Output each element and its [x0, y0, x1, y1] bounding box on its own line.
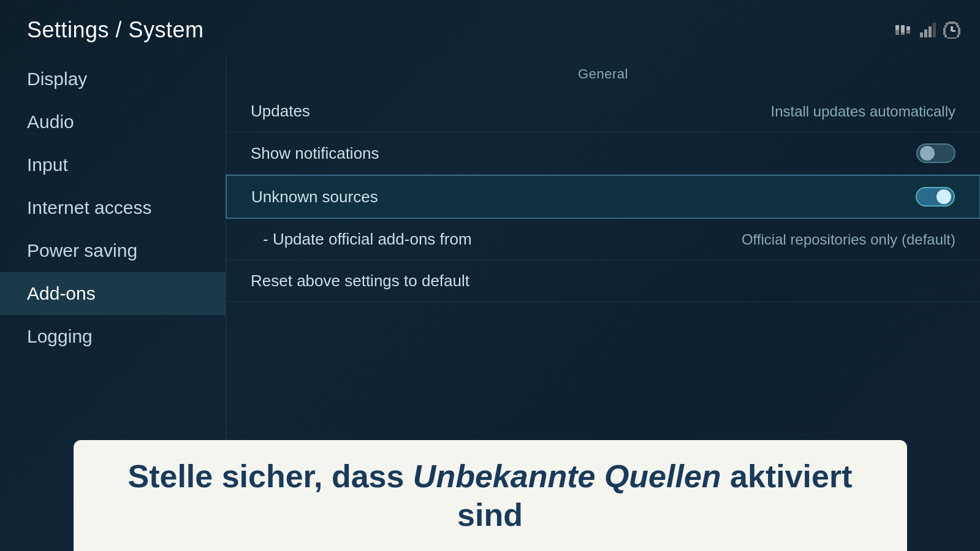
show-notifications-toggle[interactable]: [916, 143, 955, 163]
svg-rect-1: [895, 25, 899, 30]
svg-rect-6: [920, 32, 923, 37]
header: Settings / System: [0, 0, 980, 55]
show-notifications-label: Show notifications: [251, 144, 379, 163]
clock-icon: [943, 21, 960, 39]
page-title: Settings / System: [27, 17, 204, 43]
svg-rect-21: [952, 30, 955, 32]
tray-icons: [894, 21, 960, 39]
signal-icon: [919, 21, 936, 39]
svg-rect-3: [901, 25, 905, 32]
row-updates[interactable]: Updates Install updates automatically: [226, 91, 980, 132]
row-reset-settings[interactable]: Reset above settings to default: [226, 260, 980, 302]
sidebar-item-power-saving[interactable]: Power saving: [0, 229, 226, 272]
unknown-sources-toggle[interactable]: [916, 187, 955, 207]
svg-rect-11: [948, 21, 955, 24]
subtitle-italic: Unbekannte Quellen: [413, 458, 721, 494]
svg-rect-19: [947, 37, 957, 39]
update-official-addons-label: - Update official add-ons from: [263, 230, 472, 249]
row-unknown-sources[interactable]: Unknown sources: [226, 175, 980, 219]
subtitle-text: Stelle sicher, dass Unbekannte Quellen a…: [103, 457, 878, 534]
svg-rect-14: [957, 25, 959, 28]
svg-rect-7: [924, 29, 927, 37]
battery-icon: [894, 21, 911, 39]
sidebar-item-display[interactable]: Display: [0, 58, 226, 101]
subtitle-plain1: Stelle sicher, dass: [127, 458, 412, 494]
sidebar-item-internet-access[interactable]: Internet access: [0, 186, 226, 229]
sidebar-item-add-ons[interactable]: Add-ons: [0, 272, 226, 315]
reset-settings-label: Reset above settings to default: [251, 272, 469, 291]
unknown-sources-label: Unknown sources: [251, 188, 378, 207]
section-header-general: General: [226, 55, 980, 91]
subtitle-bar: Stelle sicher, dass Unbekannte Quellen a…: [74, 440, 907, 551]
row-update-official-addons[interactable]: - Update official add-ons from Official …: [226, 219, 980, 260]
svg-rect-15: [943, 28, 946, 35]
toggle-knob: [920, 146, 935, 161]
sidebar-item-input[interactable]: Input: [0, 143, 226, 186]
svg-rect-16: [958, 28, 960, 35]
sidebar-item-audio[interactable]: Audio: [0, 101, 226, 143]
row-show-notifications[interactable]: Show notifications: [226, 132, 980, 175]
svg-rect-17: [944, 35, 947, 37]
svg-rect-8: [929, 26, 932, 37]
svg-rect-13: [944, 25, 947, 28]
svg-rect-9: [933, 23, 936, 37]
toggle-knob-on: [936, 189, 951, 204]
updates-label: Updates: [251, 102, 310, 121]
svg-rect-5: [906, 26, 910, 30]
svg-rect-12: [955, 23, 958, 25]
sidebar-item-logging[interactable]: Logging: [0, 315, 226, 358]
svg-rect-10: [946, 23, 948, 25]
updates-value: Install updates automatically: [771, 103, 956, 120]
svg-rect-18: [957, 35, 959, 37]
update-official-addons-value: Official repositories only (default): [742, 231, 955, 248]
